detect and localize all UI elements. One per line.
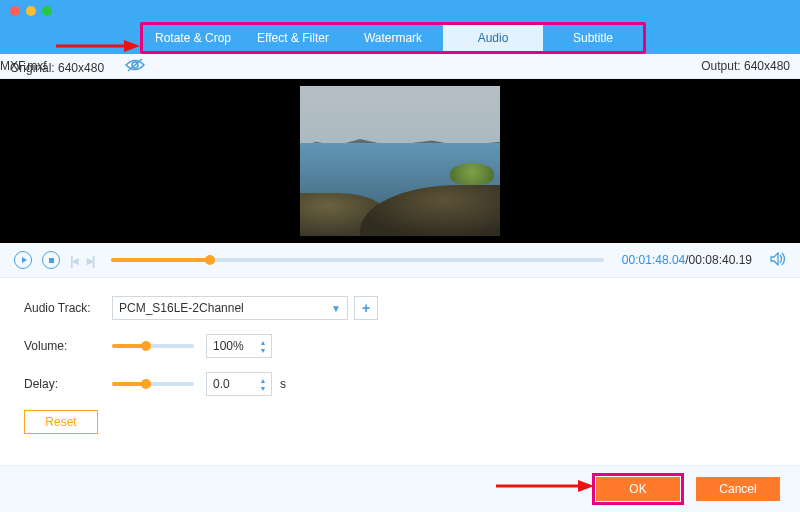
volume-knob[interactable]: [141, 341, 151, 351]
video-preview-area: [0, 79, 800, 243]
delay-value: 0.0: [213, 377, 230, 391]
close-window-button[interactable]: [10, 6, 20, 16]
add-audio-track-button[interactable]: +: [354, 296, 378, 320]
ok-button[interactable]: OK: [596, 477, 680, 501]
tab-audio[interactable]: Audio: [443, 25, 543, 51]
volume-label: Volume:: [24, 339, 112, 353]
time-total: /00:08:40.19: [685, 253, 752, 267]
volume-step-down[interactable]: ▼: [257, 347, 269, 354]
window-titlebar: [0, 0, 800, 22]
seek-slider[interactable]: [111, 258, 604, 262]
minimize-window-button[interactable]: [26, 6, 36, 16]
output-dimensions: Output: 640x480: [701, 59, 790, 73]
delay-step-up[interactable]: ▲: [257, 377, 269, 384]
delay-step-down[interactable]: ▼: [257, 385, 269, 392]
prev-frame-button[interactable]: |◂: [70, 253, 77, 268]
cancel-button[interactable]: Cancel: [696, 477, 780, 501]
stop-button[interactable]: [42, 251, 60, 269]
dimensions-info-bar: Original: 640x480 Output: 640x480: [0, 54, 800, 79]
time-display: 00:01:48.04/00:08:40.19: [622, 253, 752, 267]
reset-button[interactable]: Reset: [24, 410, 98, 434]
tab-watermark[interactable]: Watermark: [343, 25, 443, 51]
delay-unit: s: [280, 377, 286, 391]
tab-subtitle[interactable]: Subtitle: [543, 25, 643, 51]
video-thumbnail: [300, 86, 500, 236]
preview-toggle-icon[interactable]: [125, 58, 145, 75]
tab-rotate-crop[interactable]: Rotate & Crop: [143, 25, 243, 51]
time-current: 00:01:48.04: [622, 253, 685, 267]
tab-effect-filter[interactable]: Effect & Filter: [243, 25, 343, 51]
delay-label: Delay:: [24, 377, 112, 391]
volume-step-up[interactable]: ▲: [257, 339, 269, 346]
dialog-footer: OK Cancel: [0, 465, 800, 512]
volume-value: 100%: [213, 339, 244, 353]
next-frame-button[interactable]: ▸|: [87, 253, 94, 268]
zoom-window-button[interactable]: [42, 6, 52, 16]
audio-track-value: PCM_S16LE-2Channel: [119, 301, 244, 315]
audio-settings-panel: Audio Track: PCM_S16LE-2Channel ▼ + Volu…: [0, 278, 800, 440]
filename-label: MXF.mxf: [0, 59, 47, 73]
seek-knob[interactable]: [205, 255, 215, 265]
volume-icon[interactable]: [770, 252, 786, 269]
play-button[interactable]: [14, 251, 32, 269]
delay-input[interactable]: 0.0 ▲ ▼: [206, 372, 272, 396]
ok-highlight: OK: [592, 473, 684, 505]
delay-knob[interactable]: [141, 379, 151, 389]
audio-track-select[interactable]: PCM_S16LE-2Channel ▼: [112, 296, 348, 320]
playback-bar: |◂ ▸| 00:01:48.04/00:08:40.19: [0, 243, 800, 278]
audio-track-label: Audio Track:: [24, 301, 112, 315]
editor-tabstrip: Rotate & Crop Effect & Filter Watermark …: [0, 22, 800, 54]
seek-progress: [111, 258, 210, 262]
volume-slider[interactable]: [112, 344, 194, 348]
tabs-highlight: Rotate & Crop Effect & Filter Watermark …: [140, 22, 646, 54]
delay-slider[interactable]: [112, 382, 194, 386]
volume-input[interactable]: 100% ▲ ▼: [206, 334, 272, 358]
chevron-down-icon: ▼: [331, 303, 341, 314]
